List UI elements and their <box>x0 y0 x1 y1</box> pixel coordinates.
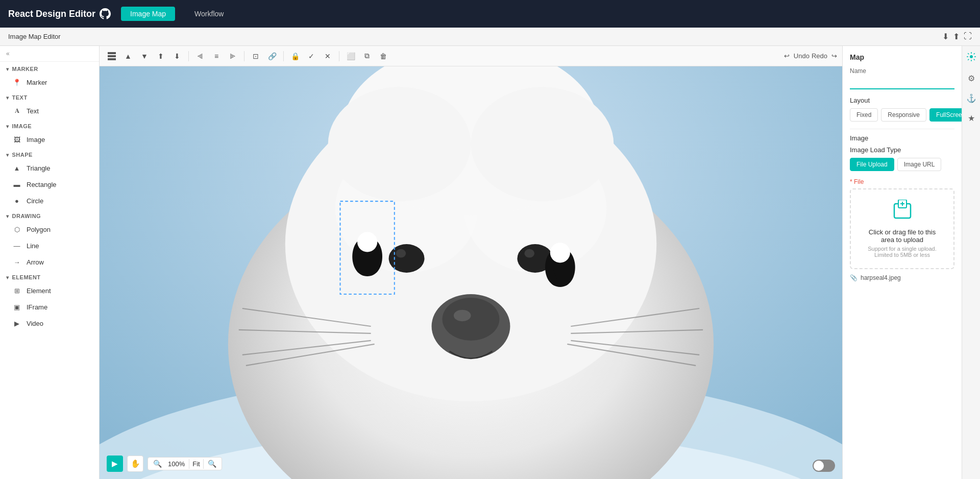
circle-icon: ● <box>12 196 21 205</box>
align-center-icon[interactable]: ≡ <box>209 49 224 63</box>
section-marker-label: MARKER <box>12 66 38 72</box>
sidebar-item-text-label: Text <box>27 107 39 115</box>
section-element-header[interactable]: ▾ ELEMENT <box>0 270 99 282</box>
sidebar-item-polygon-label: Polygon <box>27 226 51 233</box>
sidebar-item-video[interactable]: ▶ Video <box>0 315 99 331</box>
zoom-level: 100% <box>166 460 187 468</box>
crop-icon[interactable]: ⊡ <box>249 49 263 63</box>
svg-point-26 <box>328 87 471 201</box>
undo-btn[interactable]: ↩ Undo <box>784 52 810 60</box>
sidebar-item-element-label: Element <box>27 287 51 295</box>
redo-btn[interactable]: Redo ↪ <box>812 52 837 60</box>
align-left-icon[interactable]: ⫷ <box>193 49 207 63</box>
sidebar-item-polygon[interactable]: ⬡ Polygon <box>0 221 99 237</box>
chevron-marker: ▾ <box>6 66 9 72</box>
triangle-icon: ▲ <box>12 163 21 173</box>
sub-header-icons: ⬇ ⬆ ⛶ <box>942 32 972 41</box>
name-input[interactable] <box>850 77 954 89</box>
chevron-shape: ▾ <box>6 152 9 158</box>
separator-2 <box>244 51 244 61</box>
svg-point-30 <box>550 243 570 262</box>
zoom-out-btn[interactable]: 🔍 <box>151 459 164 469</box>
section-shape-header[interactable]: ▾ SHAPE <box>0 148 99 160</box>
marker-icon: 📍 <box>12 78 21 87</box>
svg-point-12 <box>396 249 406 258</box>
svg-rect-0 <box>108 52 116 54</box>
sidebar-collapse-btn[interactable]: « <box>0 46 99 62</box>
sidebar-item-iframe[interactable]: ▣ IFrame <box>0 299 99 315</box>
sidebar-item-circle[interactable]: ● Circle <box>0 193 99 209</box>
download-icon[interactable]: ⬇ <box>942 32 949 41</box>
right-icon-config[interactable]: ⚙ <box>966 71 977 85</box>
right-icon-anchor[interactable]: ⚓ <box>964 91 978 105</box>
lock-icon[interactable]: 🔒 <box>288 49 302 63</box>
undo-icon: ↩ <box>784 52 790 60</box>
nav-image-map[interactable]: Image Map <box>121 7 175 21</box>
svg-point-35 <box>970 55 973 58</box>
video-icon: ▶ <box>12 319 21 328</box>
layout-fixed-btn[interactable]: Fixed <box>850 108 878 122</box>
right-icon-star[interactable]: ★ <box>966 111 977 125</box>
sidebar-item-arrow[interactable]: → Arrow <box>0 254 99 270</box>
sidebar-item-text[interactable]: 𝐀 Text <box>0 103 99 119</box>
sidebar-item-iframe-label: IFrame <box>27 303 47 311</box>
right-icon-settings[interactable] <box>965 50 978 65</box>
check-icon[interactable]: ✓ <box>304 49 318 63</box>
section-image-header[interactable]: ▾ IMAGE <box>0 119 99 131</box>
fullscreen-toggle-icon[interactable]: ⬜ <box>344 49 358 63</box>
upload-icon[interactable]: ⬆ <box>953 32 960 41</box>
send-to-back-icon[interactable]: ⬇ <box>170 49 184 63</box>
sidebar-item-triangle[interactable]: ▲ Triangle <box>0 160 99 176</box>
canvas-area[interactable]: ▶ ✋ 🔍 100% Fit 🔍 <box>100 66 842 479</box>
arrow-icon: → <box>12 257 21 267</box>
select-tool-btn[interactable]: ▶ <box>107 456 123 472</box>
duplicate-icon[interactable]: ⧉ <box>360 49 374 63</box>
nav-workflow[interactable]: Workflow <box>185 7 233 21</box>
sidebar-item-arrow-label: Arrow <box>27 258 44 266</box>
sidebar-item-rectangle[interactable]: ▬ Rectangle <box>0 176 99 193</box>
line-icon: — <box>12 241 21 250</box>
load-type-url-btn[interactable]: Image URL <box>897 158 942 171</box>
svg-point-29 <box>357 232 377 252</box>
sidebar-item-image[interactable]: 🖼 Image <box>0 131 99 148</box>
section-marker-header[interactable]: ▾ MARKER <box>0 62 99 74</box>
right-panel: Map Name Layout Fixed Responsive FullScr… <box>842 46 980 479</box>
paperclip-icon: 📎 <box>850 274 857 281</box>
name-field-label: Name <box>850 67 954 75</box>
link-icon[interactable]: 🔗 <box>265 49 279 63</box>
upload-box-icon <box>861 200 943 224</box>
send-backward-icon[interactable]: ▼ <box>137 49 152 63</box>
divider-1 <box>850 129 954 129</box>
sidebar-item-line[interactable]: — Line <box>0 237 99 254</box>
separator-3 <box>283 51 284 61</box>
toggle-switch[interactable] <box>813 460 835 472</box>
delete-icon[interactable]: 🗑 <box>376 49 390 63</box>
element-icon: ⊞ <box>12 286 21 295</box>
load-type-file-btn[interactable]: File Upload <box>850 158 894 171</box>
bring-to-front-icon[interactable]: ⬆ <box>154 49 168 63</box>
layer-icon[interactable] <box>105 49 119 63</box>
sidebar-item-element[interactable]: ⊞ Element <box>0 282 99 299</box>
svg-point-13 <box>524 249 534 258</box>
main-layout: « ▾ MARKER 📍 Marker ▾ TEXT 𝐀 Text ▾ IMAG… <box>0 46 980 479</box>
file-upload-area[interactable]: Click or drag file to this area to uploa… <box>850 188 954 269</box>
section-drawing-header[interactable]: ▾ DRAWING <box>0 209 99 221</box>
layout-responsive-btn[interactable]: Responsive <box>881 108 926 122</box>
bring-forward-icon[interactable]: ▲ <box>121 49 135 63</box>
canvas-wrapper: ▲ ▼ ⬆ ⬇ ⫷ ≡ ⫸ ⊡ 🔗 🔒 ✓ ✕ ⬜ ⧉ 🗑 ↩ Undo <box>100 46 842 479</box>
section-text-header[interactable]: ▾ TEXT <box>0 90 99 103</box>
sidebar-item-line-label: Line <box>27 242 39 250</box>
sidebar-item-triangle-label: Triangle <box>27 164 50 172</box>
sidebar-item-marker[interactable]: 📍 Marker <box>0 74 99 90</box>
close-icon[interactable]: ✕ <box>321 49 335 63</box>
hand-tool-btn[interactable]: ✋ <box>127 456 143 472</box>
left-sidebar: « ▾ MARKER 📍 Marker ▾ TEXT 𝐀 Text ▾ IMAG… <box>0 46 100 479</box>
fullscreen-icon[interactable]: ⛶ <box>964 32 972 41</box>
align-right-icon[interactable]: ⫸ <box>226 49 240 63</box>
zoom-fit-btn[interactable]: Fit <box>189 459 203 469</box>
zoom-in-btn[interactable]: 🔍 <box>206 459 218 469</box>
layout-fullscreen-btn[interactable]: FullScreen <box>929 108 962 122</box>
file-attached: 📎 harpseal4.jpeg <box>850 274 954 281</box>
sub-header-title: Image Map Editor <box>8 33 61 40</box>
section-drawing-label: DRAWING <box>12 213 41 219</box>
